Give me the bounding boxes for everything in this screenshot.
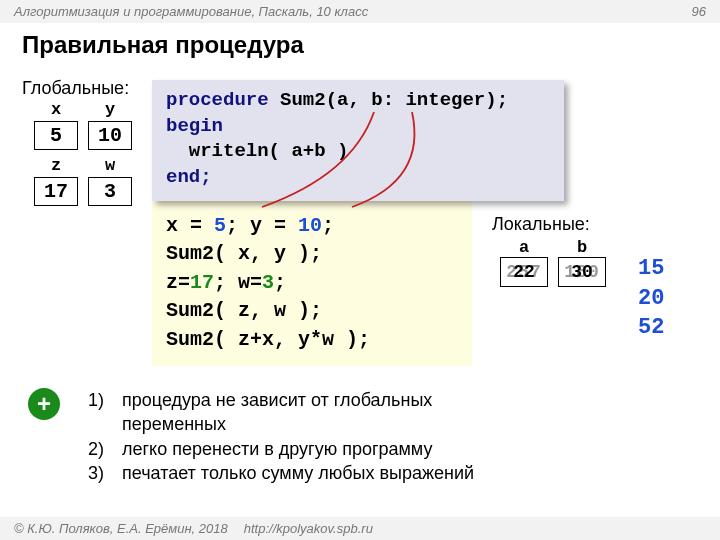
local-a: a 257 22 — [500, 238, 548, 287]
proc-sig: Sum2(a, b: integer); — [269, 89, 508, 111]
global-y: y10 — [88, 100, 132, 150]
global-z: z17 — [34, 156, 78, 206]
proc-body: writeln( a+b ) — [166, 139, 550, 165]
code-panel: x = 5; y = 10; Sum2( x, y ); z=17; w=3; … — [152, 192, 472, 366]
local-b: b 180 30 — [558, 238, 606, 287]
output-values: 15 20 52 — [638, 254, 664, 343]
footer-bar: © К.Ю. Поляков, Е.А. Ерёмин, 2018 http:/… — [0, 517, 720, 540]
copyright: © К.Ю. Поляков, Е.А. Ерёмин, 2018 — [14, 521, 228, 536]
kw-end: end; — [166, 165, 550, 191]
global-w: w3 — [88, 156, 132, 206]
kw-procedure: procedure — [166, 89, 269, 111]
page-title: Правильная процедура — [0, 23, 720, 69]
kw-begin: begin — [166, 114, 550, 140]
global-x: x5 — [34, 100, 78, 150]
plus-icon: + — [28, 388, 60, 420]
course-label: Алгоритмизация и программирование, Паска… — [14, 4, 368, 19]
slide-number: 96 — [692, 4, 706, 19]
header-bar: Алгоритмизация и программирование, Паска… — [0, 0, 720, 23]
procedure-panel: procedure Sum2(a, b: integer); begin wri… — [152, 80, 564, 201]
footer-url: http://kpolyakov.spb.ru — [244, 521, 373, 536]
globals-label: Глобальные: — [22, 78, 129, 99]
advantages-list: 1)процедура не зависит от глобальных пер… — [74, 388, 474, 485]
locals-label: Локальные: — [492, 214, 590, 235]
